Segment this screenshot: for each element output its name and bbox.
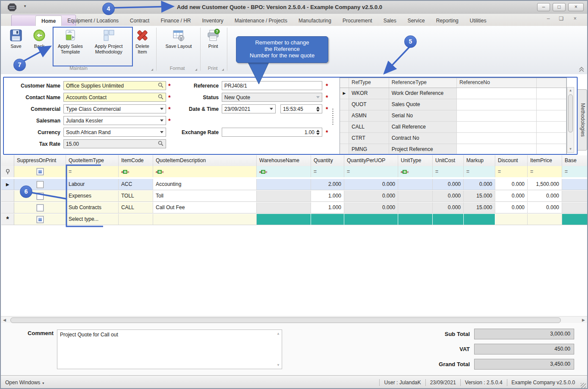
- delete-item-button[interactable]: Delete Item: [132, 28, 153, 55]
- date-field[interactable]: 23/09/2021: [222, 104, 276, 113]
- search-icon[interactable]: [158, 141, 164, 147]
- grid-cell-wh[interactable]: [257, 202, 311, 213]
- grid-cell-mk[interactable]: 15.000: [464, 191, 495, 202]
- scroll-down-icon[interactable]: ▼: [277, 363, 280, 367]
- ref-cell[interactable]: [457, 88, 537, 99]
- ribbon-tab-maintenance-projects[interactable]: Maintenance / Projects: [229, 16, 293, 26]
- ref-cell[interactable]: [457, 122, 537, 132]
- ribbon-tab-reporting[interactable]: Reporting: [431, 16, 464, 26]
- grid-cell-qpu[interactable]: [344, 214, 398, 225]
- grid-cell-base[interactable]: [562, 191, 588, 202]
- ref-column-reftype[interactable]: RefType: [349, 78, 389, 88]
- reference-field[interactable]: PRJ408/1: [222, 81, 322, 90]
- ref-cell[interactable]: Project Reference: [389, 144, 457, 155]
- ref-table-row[interactable]: QUOTSales Quote: [340, 99, 566, 110]
- suppress-checkbox[interactable]: [37, 216, 44, 223]
- ref-cell[interactable]: Call Reference: [389, 122, 457, 132]
- ref-cell[interactable]: [537, 133, 566, 144]
- grid-cell-disc[interactable]: 0.000: [495, 179, 528, 190]
- grid-cell-qty[interactable]: 2.000: [311, 179, 344, 190]
- filter-checkbox[interactable]: [37, 168, 44, 175]
- filter-cell-unitcost[interactable]: =: [433, 166, 464, 177]
- grid-cell-disc[interactable]: [495, 214, 528, 225]
- ref-cell[interactable]: Work Order Reference: [389, 88, 457, 99]
- grid-cell-qpu[interactable]: 0.000: [344, 191, 398, 202]
- ribbon-tab-manufacturing[interactable]: Manufacturing: [293, 16, 337, 26]
- spinner-icon[interactable]: [316, 130, 320, 135]
- ribbon-restore-icon[interactable]: ❏: [557, 16, 566, 22]
- suppress-checkbox[interactable]: [37, 181, 44, 188]
- ref-cell[interactable]: [537, 110, 566, 121]
- scroll-down-icon[interactable]: ▼: [567, 146, 574, 152]
- ref-cell[interactable]: ASMN: [349, 110, 389, 121]
- ribbon-minimize-icon[interactable]: –: [544, 16, 553, 22]
- scroll-up-icon[interactable]: ▲: [567, 88, 574, 94]
- ref-cell[interactable]: [537, 99, 566, 110]
- close-button[interactable]: ×: [568, 3, 584, 11]
- grid-cell-base[interactable]: [562, 179, 588, 190]
- grid-cell-code[interactable]: TOLL: [119, 191, 153, 202]
- save-button[interactable]: Save: [6, 28, 26, 49]
- grid-cell-code[interactable]: ACC: [119, 179, 153, 190]
- time-field[interactable]: 15:53:45: [280, 104, 322, 113]
- filter-cell-itemprice[interactable]: =: [528, 166, 562, 177]
- ref-cell[interactable]: CTRT: [349, 133, 389, 144]
- grid-cell-desc[interactable]: [153, 214, 257, 225]
- ref-cell[interactable]: Sales Quote: [389, 99, 457, 110]
- grid-cell-base[interactable]: [562, 214, 588, 225]
- ref-column-referencetype[interactable]: ReferenceType: [389, 78, 457, 88]
- grid-cell-disc[interactable]: 0.000: [495, 191, 528, 202]
- filter-cell-quoteitemdescription[interactable]: aBc: [153, 166, 257, 177]
- grid-column-warehousename[interactable]: WarehouseName: [257, 155, 311, 166]
- grid-cell-ut[interactable]: [398, 202, 433, 213]
- ref-column-referenceno[interactable]: ReferenceNo: [457, 78, 537, 88]
- ribbon-tab-finance-hr[interactable]: Finance / HR: [155, 16, 196, 26]
- currency-dropdown[interactable]: South African Rand: [63, 128, 166, 137]
- maintain-dialog-launcher-icon[interactable]: [151, 69, 153, 71]
- ref-cell[interactable]: [537, 144, 566, 155]
- format-dialog-launcher-icon[interactable]: [195, 69, 197, 71]
- ribbon-tab-utilities[interactable]: Utilities: [464, 16, 492, 26]
- grid-cell-uc[interactable]: 0.000: [433, 191, 464, 202]
- filter-cell-unittype[interactable]: aBc: [398, 166, 433, 177]
- scrollbar-thumb[interactable]: [10, 317, 561, 323]
- ref-cell[interactable]: [537, 88, 566, 99]
- apply-sales-template-button[interactable]: Apply Sales Template: [55, 28, 85, 55]
- quick-access-dropdown-icon[interactable]: ▼: [23, 4, 27, 8]
- tab-methodologies[interactable]: Methodologies: [578, 89, 587, 151]
- ref-cell[interactable]: [457, 99, 537, 110]
- grid-cell-uc[interactable]: [433, 214, 464, 225]
- grid-column-quantity[interactable]: Quantity: [311, 155, 344, 166]
- grid-column-suppressonprint[interactable]: SuppressOnPrint: [14, 155, 66, 166]
- grid-column-itemcode[interactable]: ItemCode: [119, 155, 153, 166]
- grid-cell-qpu[interactable]: 0.000: [344, 179, 398, 190]
- grid-column-markup[interactable]: Markup: [464, 155, 495, 166]
- grid-cell-desc[interactable]: Call Out Fee: [153, 202, 257, 213]
- grid-column-itemprice[interactable]: ItemPrice: [528, 155, 562, 166]
- ref-cell[interactable]: QUOT: [349, 99, 389, 110]
- apply-project-methodology-button[interactable]: Apply Project Methodology: [89, 28, 129, 55]
- grid-cell-price[interactable]: 0.000: [528, 202, 562, 213]
- splitter-handle[interactable]: [332, 109, 333, 126]
- suppress-checkbox[interactable]: [37, 204, 44, 211]
- filter-cell-quantityperuop[interactable]: =: [344, 166, 398, 177]
- grid-cell-mk[interactable]: [464, 214, 495, 225]
- ref-cell[interactable]: [457, 144, 537, 155]
- ribbon-tab-inventory[interactable]: Inventory: [196, 16, 229, 26]
- collapse-chevron-icon[interactable]: [578, 66, 585, 74]
- ref-cell[interactable]: PMNG: [349, 144, 389, 155]
- contact-name-field[interactable]: Accounts Contact: [63, 93, 166, 102]
- ref-table-row[interactable]: CALLCall Reference: [340, 122, 566, 133]
- grid-cell-wh[interactable]: [257, 214, 311, 225]
- ref-table-row[interactable]: CTRTContract No: [340, 133, 566, 144]
- scroll-right-icon[interactable]: ▶: [582, 317, 585, 323]
- ribbon-tab-procurement[interactable]: Procurement: [337, 16, 378, 26]
- print-dialog-launcher-icon[interactable]: [222, 69, 224, 71]
- ref-table-row[interactable]: PMNGProject Reference: [340, 144, 566, 155]
- ref-table-row[interactable]: ▶WKORWork Order Reference: [340, 88, 566, 99]
- search-icon[interactable]: [158, 82, 164, 89]
- grid-column-unitcost[interactable]: UnitCost: [433, 155, 464, 166]
- ribbon-tab-contract[interactable]: Contract: [124, 16, 155, 26]
- scroll-left-icon[interactable]: ◀: [3, 317, 6, 323]
- grid-cell-mk[interactable]: 15.000: [464, 202, 495, 213]
